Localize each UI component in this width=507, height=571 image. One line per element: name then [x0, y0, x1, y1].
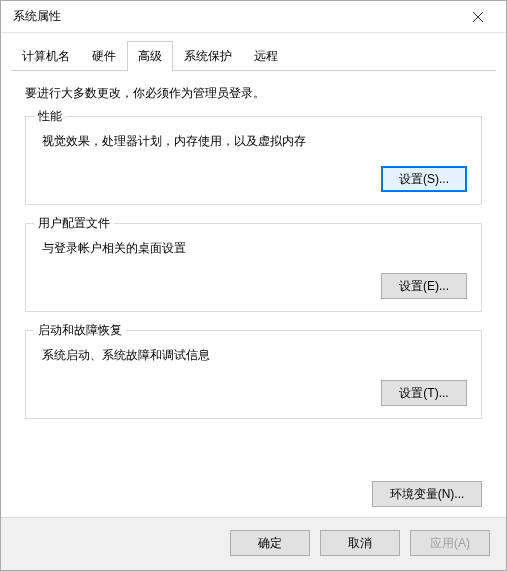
- apply-button[interactable]: 应用(A): [410, 530, 490, 556]
- group-startup-recovery-desc: 系统启动、系统故障和调试信息: [42, 347, 467, 364]
- tab-strip: 计算机名 硬件 高级 系统保护 远程: [1, 41, 506, 71]
- cancel-button[interactable]: 取消: [320, 530, 400, 556]
- performance-settings-button[interactable]: 设置(S)...: [381, 166, 467, 192]
- close-button[interactable]: [458, 3, 498, 31]
- group-startup-recovery: 启动和故障恢复 系统启动、系统故障和调试信息 设置(T)...: [25, 330, 482, 419]
- tab-computer-name[interactable]: 计算机名: [11, 41, 81, 71]
- ok-button[interactable]: 确定: [230, 530, 310, 556]
- system-properties-dialog: 系统属性 计算机名 硬件 高级 系统保护 远程 要进行大多数更改，你必须作为管理…: [0, 0, 507, 571]
- titlebar: 系统属性: [1, 1, 506, 33]
- admin-notice: 要进行大多数更改，你必须作为管理员登录。: [25, 85, 482, 102]
- tab-system-protection[interactable]: 系统保护: [173, 41, 243, 71]
- user-profile-settings-button[interactable]: 设置(E)...: [381, 273, 467, 299]
- group-user-profile: 用户配置文件 与登录帐户相关的桌面设置 设置(E)...: [25, 223, 482, 312]
- tab-content-advanced: 要进行大多数更改，你必须作为管理员登录。 性能 视觉效果，处理器计划，内存使用，…: [1, 71, 506, 485]
- close-icon: [473, 12, 483, 22]
- group-startup-recovery-title: 启动和故障恢复: [34, 322, 126, 339]
- startup-recovery-settings-button[interactable]: 设置(T)...: [381, 380, 467, 406]
- group-performance: 性能 视觉效果，处理器计划，内存使用，以及虚拟内存 设置(S)...: [25, 116, 482, 205]
- environment-variables-button[interactable]: 环境变量(N)...: [372, 481, 482, 507]
- group-performance-title: 性能: [34, 108, 66, 125]
- tab-remote[interactable]: 远程: [243, 41, 289, 71]
- window-title: 系统属性: [9, 8, 458, 25]
- tab-hardware[interactable]: 硬件: [81, 41, 127, 71]
- dialog-button-row: 确定 取消 应用(A): [1, 517, 506, 570]
- group-user-profile-title: 用户配置文件: [34, 215, 114, 232]
- group-user-profile-desc: 与登录帐户相关的桌面设置: [42, 240, 467, 257]
- group-performance-desc: 视觉效果，处理器计划，内存使用，以及虚拟内存: [42, 133, 467, 150]
- tab-advanced[interactable]: 高级: [127, 41, 173, 71]
- env-row: 环境变量(N)...: [1, 481, 506, 517]
